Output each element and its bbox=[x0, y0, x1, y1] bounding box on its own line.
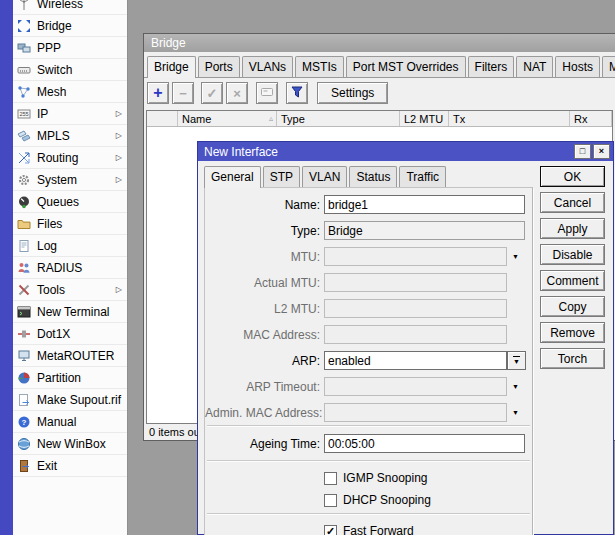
sidebar-item-radius[interactable]: RADIUS bbox=[13, 257, 127, 279]
column-header-name[interactable]: Name▵ bbox=[178, 111, 277, 126]
name-input[interactable] bbox=[324, 195, 525, 214]
apply-button[interactable]: Apply bbox=[540, 218, 605, 239]
submenu-arrow-icon: ▷ bbox=[116, 131, 127, 140]
sidebar-item-ip[interactable]: 255IP▷ bbox=[13, 103, 127, 125]
dialog-button-column: OKCancelApplyDisableCommentCopyRemoveTor… bbox=[540, 166, 605, 374]
bridge-tab-vlans[interactable]: VLANs bbox=[242, 56, 293, 77]
sidebar-item-label: Make Supout.rif bbox=[37, 393, 121, 407]
sidebar-item-wireless[interactable]: Wireless bbox=[13, 0, 127, 15]
sidebar-item-new-winbox[interactable]: New WinBox bbox=[13, 433, 127, 455]
arp-label: ARP: bbox=[205, 354, 324, 368]
sidebar-item-make-supout-rif[interactable]: Make Supout.rif bbox=[13, 389, 127, 411]
bridge-tab-bridge[interactable]: Bridge bbox=[147, 56, 196, 78]
dialog-tab-vlan[interactable]: VLAN bbox=[302, 166, 347, 187]
admin-mac-label: Admin. MAC Address: bbox=[205, 406, 324, 420]
sidebar-item-log[interactable]: Log bbox=[13, 235, 127, 257]
torch-button[interactable]: Torch bbox=[540, 348, 605, 369]
new-terminal-icon bbox=[15, 304, 33, 320]
sidebar-item-routing[interactable]: Routing▷ bbox=[13, 147, 127, 169]
mac-address-field bbox=[324, 325, 507, 344]
name-label: Name: bbox=[205, 198, 324, 212]
sidebar-item-partition[interactable]: Partition bbox=[13, 367, 127, 389]
bridge-tab-port-mst-overrides[interactable]: Port MST Overrides bbox=[346, 56, 466, 77]
bridge-tab-mdb[interactable]: MDB bbox=[602, 56, 615, 77]
sidebar-item-new-terminal[interactable]: New Terminal bbox=[13, 301, 127, 323]
sidebar-item-label: Wireless bbox=[37, 0, 83, 11]
add-icon: + bbox=[153, 85, 162, 101]
filter-button[interactable] bbox=[286, 82, 308, 104]
svg-text:255: 255 bbox=[19, 111, 28, 117]
column-header-l2-mtu[interactable]: L2 MTU bbox=[400, 111, 449, 126]
make-supout-icon bbox=[15, 392, 33, 408]
igmp-snooping-checkbox[interactable] bbox=[324, 472, 337, 485]
arp-timeout-label: ARP Timeout: bbox=[205, 380, 324, 394]
column-header-tx[interactable]: Tx bbox=[449, 111, 570, 126]
dialog-tab-status[interactable]: Status bbox=[349, 166, 397, 187]
close-button[interactable]: × bbox=[593, 144, 610, 159]
mtu-field bbox=[324, 247, 507, 266]
sidebar-item-system[interactable]: System▷ bbox=[13, 169, 127, 191]
sidebar-item-mpls[interactable]: MPLS▷ bbox=[13, 125, 127, 147]
remove-button[interactable]: Remove bbox=[540, 322, 605, 343]
sidebar-menu: WirelessBridgePPPSwitchMesh255IP▷MPLS▷Ro… bbox=[13, 0, 127, 477]
settings-button-label: Settings bbox=[331, 86, 374, 100]
add-button[interactable]: + bbox=[147, 82, 169, 104]
bridge-tab-hosts[interactable]: Hosts bbox=[555, 56, 600, 77]
bridge-toolbar: + − ✓ × Settings bbox=[144, 78, 615, 108]
ok-button[interactable]: OK bbox=[540, 166, 605, 187]
dhcp-snooping-checkbox[interactable] bbox=[324, 494, 337, 507]
bridge-status-text: 0 items ou bbox=[149, 426, 200, 438]
filter-icon bbox=[290, 85, 304, 102]
bridge-tab-bar: BridgePortsVLANsMSTIsPort MST OverridesF… bbox=[144, 52, 615, 78]
ppp-icon bbox=[15, 40, 33, 56]
sidebar-item-label: Files bbox=[37, 217, 62, 231]
sidebar-item-metarouter[interactable]: MetaROUTER bbox=[13, 345, 127, 367]
disable-button: × bbox=[226, 82, 248, 104]
igmp-snooping-row: IGMP Snooping bbox=[324, 470, 532, 486]
sidebar-item-exit[interactable]: Exit bbox=[13, 455, 127, 477]
bridge-tab-ports[interactable]: Ports bbox=[198, 56, 240, 77]
sidebar-item-dot1x[interactable]: Dot1X bbox=[13, 323, 127, 345]
dialog-title: New Interface bbox=[204, 145, 278, 159]
copy-button[interactable]: Copy bbox=[540, 296, 605, 317]
sidebar-item-ppp[interactable]: PPP bbox=[13, 37, 127, 59]
sidebar-item-label: New Terminal bbox=[37, 305, 109, 319]
sidebar-item-label: New WinBox bbox=[37, 437, 106, 451]
sidebar-item-switch[interactable]: Switch bbox=[13, 59, 127, 81]
bridge-tab-filters[interactable]: Filters bbox=[468, 56, 515, 77]
column-header-rx[interactable]: Rx bbox=[570, 111, 612, 126]
enable-icon: ✓ bbox=[207, 87, 218, 100]
disable-button[interactable]: Disable bbox=[540, 244, 605, 265]
dialog-tab-traffic[interactable]: Traffic bbox=[399, 166, 446, 187]
dialog-tab-general[interactable]: General bbox=[204, 166, 261, 188]
bridge-tab-mstis[interactable]: MSTIs bbox=[295, 56, 344, 77]
bridge-tab-nat[interactable]: NAT bbox=[516, 56, 553, 77]
ageing-time-label: Ageing Time: bbox=[205, 437, 324, 451]
bridge-icon bbox=[15, 18, 33, 34]
sidebar-item-files[interactable]: Files bbox=[13, 213, 127, 235]
sidebar-item-tools[interactable]: Tools▷ bbox=[13, 279, 127, 301]
fast-forward-checkbox[interactable]: ✓ bbox=[324, 525, 337, 535]
sidebar-item-label: IP bbox=[37, 107, 48, 121]
sidebar-item-queues[interactable]: Queues bbox=[13, 191, 127, 213]
sidebar-item-label: Exit bbox=[37, 459, 57, 473]
routing-icon bbox=[15, 150, 33, 166]
fast-forward-label: Fast Forward bbox=[343, 524, 414, 535]
settings-button[interactable]: Settings bbox=[317, 82, 388, 104]
admin-mac-dropdown-icon: ▼ bbox=[507, 409, 524, 416]
cancel-button[interactable]: Cancel bbox=[540, 192, 605, 213]
maximize-button[interactable]: □ bbox=[574, 144, 591, 159]
column-header-type[interactable]: Type bbox=[277, 111, 400, 126]
type-field bbox=[324, 221, 525, 240]
arp-select[interactable] bbox=[324, 351, 507, 370]
arp-dropdown-button[interactable]: ▼ bbox=[507, 351, 526, 370]
sidebar-item-label: Dot1X bbox=[37, 327, 70, 341]
ageing-time-input[interactable] bbox=[324, 434, 525, 453]
comment-button[interactable]: Comment bbox=[540, 270, 605, 291]
dialog-tab-stp[interactable]: STP bbox=[263, 166, 300, 187]
sidebar-item-mesh[interactable]: Mesh bbox=[13, 81, 127, 103]
l2-mtu-label: L2 MTU: bbox=[205, 302, 324, 316]
sidebar-item-bridge[interactable]: Bridge bbox=[13, 15, 127, 37]
sidebar-item-manual[interactable]: ?Manual bbox=[13, 411, 127, 433]
fast-forward-row: ✓ Fast Forward bbox=[324, 523, 532, 535]
